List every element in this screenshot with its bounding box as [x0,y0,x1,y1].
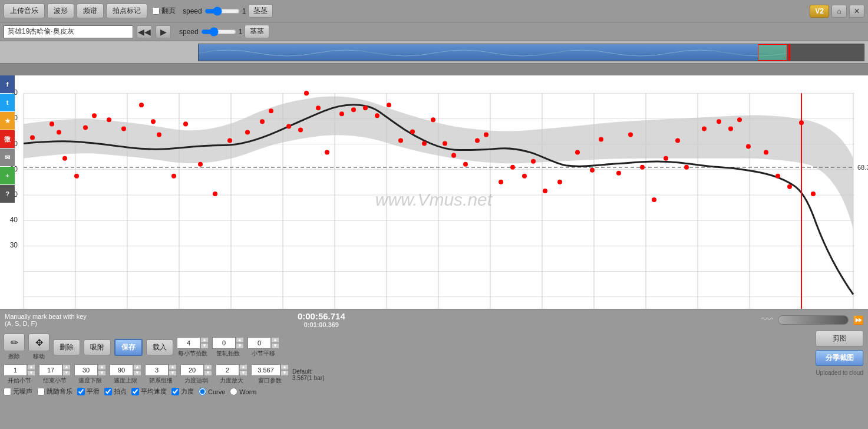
random-checkbox[interactable]: 跳随音乐 [37,387,72,396]
svg-point-101 [599,137,603,141]
favorite-button[interactable]: ★ [0,112,15,130]
thickness-down[interactable]: ▼ [169,370,177,376]
transpose-arrows: ▲ ▼ [271,337,279,349]
transpose-up-arrow[interactable]: ▲ [271,337,279,343]
svg-point-104 [640,165,645,170]
apply-button[interactable]: 茎茎 [248,4,273,18]
move-icon-button[interactable]: ✥ [28,334,49,351]
fast-forward-icon[interactable]: ⏩ [853,315,863,325]
beats-up-arrow[interactable]: ▲ [200,337,209,343]
end-bar-down[interactable]: ▼ [62,370,71,376]
smooth-checkbox[interactable]: 平滑 [77,387,100,396]
svg-point-61 [107,117,111,122]
start-bar-down[interactable]: ▼ [27,370,35,376]
speed-lower-down[interactable]: ▼ [98,370,106,376]
waveform-container[interactable] [198,44,864,61]
speed-lower-up[interactable]: ▲ [98,364,106,370]
transpose-down-arrow[interactable]: ▼ [271,343,279,349]
wave-controls: 〰 ⏩ [761,313,863,326]
beats-per-bar-spinner: ▲ ▼ 每小节拍数 [177,337,209,358]
speed-upper-up[interactable]: ▲ [133,364,141,370]
force-strong-input[interactable] [216,364,239,376]
home-button[interactable]: ⌂ [831,5,847,18]
thickness-up[interactable]: ▲ [169,364,177,370]
end-bar-input[interactable] [39,364,62,376]
speed-upper-input[interactable] [110,364,133,376]
svg-point-75 [298,127,303,132]
save-button[interactable]: 保存 [114,339,143,356]
svg-point-54 [30,135,35,140]
window-down[interactable]: ▼ [280,370,289,376]
force-weak-down[interactable]: ▼ [204,370,212,376]
beats-down-arrow[interactable]: ▼ [200,343,209,349]
play-button[interactable]: ▶ [156,25,171,38]
apply-button-2[interactable]: 茎茎 [245,25,269,38]
empty-beats-input[interactable] [212,337,236,349]
avg-speed-checkbox[interactable]: 平均速度 [131,387,167,396]
controls-row2: ▲ ▼ 开始小节 ▲ ▼ 结束小节 ▲ ▼ [4,364,864,385]
svg-point-115 [775,174,780,179]
spectrum-button[interactable]: 频谱 [77,4,104,18]
svg-point-98 [557,180,562,184]
chart-area: 90 80 70 60 50 40 30 1 2 3 4 5 6 7 8 9 1… [0,75,868,330]
speed-slider-2[interactable] [201,27,236,37]
facebook-button[interactable]: f [0,75,15,93]
pitch-chart: 90 80 70 60 50 40 30 1 2 3 4 5 6 7 8 9 1… [0,75,868,330]
prev-button[interactable]: ◀◀ [137,25,152,38]
beat-mark-button[interactable]: 拍点标记 [106,4,147,18]
flip-check[interactable] [152,7,160,15]
force-weak-up[interactable]: ▲ [204,364,212,370]
svg-point-84 [398,138,403,143]
speed-lower-input[interactable] [74,364,98,376]
svg-point-80 [351,107,356,112]
start-bar-up[interactable]: ▲ [27,364,35,370]
controls-row3: 元噪声 跳随音乐 平滑 拍点 平均速度 力度 Curve Worm [4,387,864,396]
force-weak-input[interactable] [180,364,204,376]
waveform-selection [758,44,787,61]
segment-screenshot-button[interactable]: 分季截图 [816,350,863,366]
bar-transpose-input[interactable] [247,337,271,349]
absorb-button[interactable]: 吸附 [84,339,111,355]
help-button[interactable]: ? [0,185,15,203]
delete-button[interactable]: 删除 [53,339,80,355]
line-thickness-group: ▲ ▼ 筛系组细 [145,364,177,385]
clip-button[interactable]: 剪图 [816,331,863,346]
svg-point-66 [171,174,176,179]
flip-checkbox[interactable]: 翻页 [152,6,176,16]
mail-button[interactable]: ✉ [0,148,15,166]
empty-down-arrow[interactable]: ▼ [236,343,244,349]
close-button[interactable]: ✕ [849,5,864,18]
erase-icon-button[interactable]: ✏ [4,334,25,351]
load-button[interactable]: 载入 [146,339,173,355]
end-bar-up[interactable]: ▲ [62,364,71,370]
svg-point-90 [463,162,468,167]
add-button[interactable]: + [0,167,15,184]
force-checkbox[interactable]: 力度 [171,387,194,396]
window-up[interactable]: ▲ [280,364,289,370]
start-bar-input[interactable] [4,364,27,376]
svg-point-99 [575,150,580,155]
v2-button[interactable]: V2 [810,5,829,18]
svg-point-111 [728,126,733,131]
top-right-buttons: V2 ⌂ ✕ [810,5,864,18]
upload-music-button[interactable]: 上传音乐 [4,4,45,18]
beats-per-bar-input[interactable] [177,337,200,349]
twitter-button[interactable]: t [0,94,15,111]
silence-checkbox[interactable]: 元噪声 [4,387,32,396]
beat-point-checkbox[interactable]: 拍点 [104,387,127,396]
force-weak-group: ▲ ▼ 力度适弱 [180,364,212,385]
move-group: ✥ 移动 [28,334,49,361]
force-strong-up[interactable]: ▲ [239,364,247,370]
worm-radio[interactable]: Worm [230,388,256,395]
speed-slider[interactable] [204,6,240,16]
line-thickness-input[interactable] [145,364,169,376]
song-name-input[interactable] [4,25,133,38]
weibo-button[interactable]: 微 [0,130,15,148]
speed-upper-down[interactable]: ▼ [133,370,141,376]
force-strong-down[interactable]: ▼ [239,370,247,376]
curve-radio[interactable]: Curve [199,388,225,395]
window-param-input[interactable] [251,364,280,376]
wave-slider[interactable] [778,315,849,325]
empty-up-arrow[interactable]: ▲ [236,337,244,343]
waveform-button[interactable]: 波形 [47,4,74,18]
